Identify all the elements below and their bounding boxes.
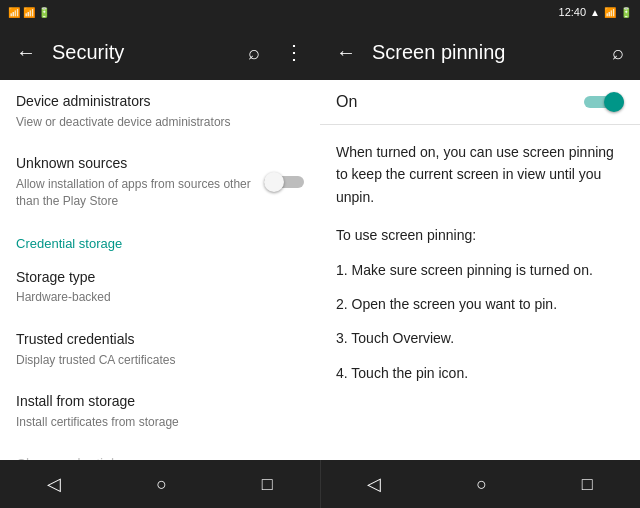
screen-pinning-toolbar: ← Screen pinning ⌕ (320, 24, 640, 80)
signal-icon: 📶 (604, 7, 616, 18)
more-button[interactable]: ⋮ (276, 32, 312, 72)
trusted-credentials-title: Trusted credentials (16, 330, 304, 350)
screen-pinning-intro: When turned on, you can use screen pinni… (336, 141, 624, 208)
recent-nav-button[interactable]: □ (238, 462, 297, 507)
screen-pinning-title: Screen pinning (372, 41, 596, 64)
device-administrators-subtitle: View or deactivate device administrators (16, 114, 304, 131)
screen-pinning-toggle-label: On (336, 93, 357, 111)
security-title: Security (52, 41, 232, 64)
unknown-sources-title: Unknown sources (16, 154, 264, 174)
storage-type-subtitle: Hardware-backed (16, 289, 304, 306)
install-from-storage-subtitle: Install certificates from storage (16, 414, 304, 431)
screen-pinning-toggle-row[interactable]: On (320, 80, 640, 125)
screen-pinning-panel: ← Screen pinning ⌕ On When turned on, yo… (320, 24, 640, 460)
unknown-sources-item[interactable]: Unknown sources Allow installation of ap… (0, 142, 320, 221)
status-time: 12:40 (559, 6, 587, 18)
screen-pinning-search-icon[interactable]: ⌕ (604, 33, 632, 72)
back-nav-button[interactable]: ◁ (23, 461, 85, 507)
screen-pinning-step-4: 4. Touch the pin icon. (336, 362, 624, 384)
screen-pinning-steps-label: To use screen pinning: (336, 224, 624, 246)
nav-divider (320, 460, 321, 508)
storage-type-title: Storage type (16, 268, 304, 288)
settings-list: Device administrators View or deactivate… (0, 80, 320, 460)
back-nav-button-right[interactable]: ◁ (343, 461, 405, 507)
unknown-sources-toggle[interactable] (264, 172, 304, 192)
battery-icon: 🔋 (620, 7, 632, 18)
screen-pinning-description: When turned on, you can use screen pinni… (320, 125, 640, 460)
screen-pinning-back-button[interactable]: ← (328, 33, 364, 72)
recent-nav-button-right[interactable]: □ (558, 462, 617, 507)
credential-storage-header: Credential storage (0, 222, 320, 256)
screen-pinning-step-2: 2. Open the screen you want to pin. (336, 293, 624, 315)
clear-credentials-item: Clear credentials Remove all certificate… (0, 443, 320, 460)
wifi-icon: ▲ (590, 7, 600, 18)
bottom-nav: ◁ ○ □ ◁ ○ □ (0, 460, 640, 508)
status-icons-left: 📶 📶 🔋 (8, 7, 50, 18)
security-panel: ← Security ⌕ ⋮ Device administrators Vie… (0, 24, 320, 460)
screen-pinning-step-3: 3. Touch Overview. (336, 327, 624, 349)
screen-pinning-step-1: 1. Make sure screen pinning is turned on… (336, 259, 624, 281)
trusted-credentials-subtitle: Display trusted CA certificates (16, 352, 304, 369)
status-bar-left: 📶 📶 🔋 (0, 0, 320, 24)
back-button[interactable]: ← (8, 33, 44, 72)
search-button[interactable]: ⌕ (240, 33, 268, 72)
home-nav-button-right[interactable]: ○ (452, 462, 511, 507)
status-bar-right: 12:40 ▲ 📶 🔋 (320, 0, 640, 24)
screen-pinning-toggle[interactable] (584, 92, 624, 112)
unknown-sources-subtitle: Allow installation of apps from sources … (16, 176, 264, 210)
toggle-thumb (604, 92, 624, 112)
storage-type-item[interactable]: Storage type Hardware-backed (0, 256, 320, 318)
trusted-credentials-item[interactable]: Trusted credentials Display trusted CA c… (0, 318, 320, 380)
device-administrators-title: Device administrators (16, 92, 304, 112)
credential-storage-label: Credential storage (16, 236, 122, 251)
device-administrators-item[interactable]: Device administrators View or deactivate… (0, 80, 320, 142)
home-nav-button[interactable]: ○ (132, 462, 191, 507)
install-from-storage-title: Install from storage (16, 392, 304, 412)
install-from-storage-item[interactable]: Install from storage Install certificate… (0, 380, 320, 442)
security-toolbar: ← Security ⌕ ⋮ (0, 24, 320, 80)
